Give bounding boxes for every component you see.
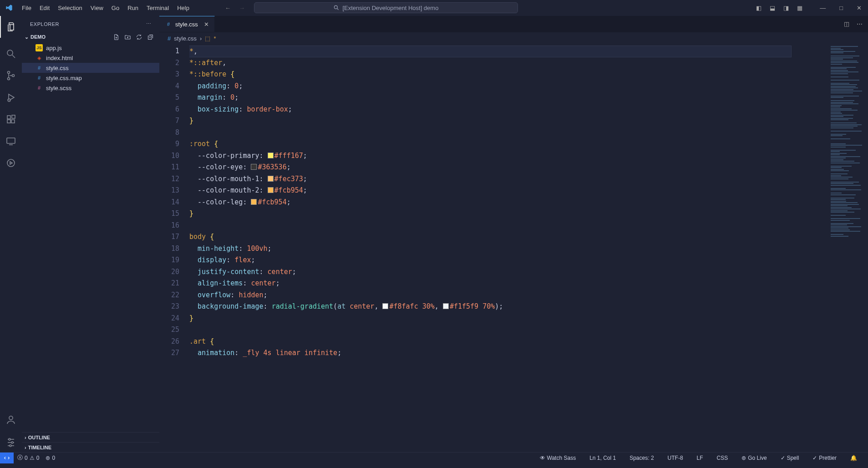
menu-terminal[interactable]: Terminal bbox=[143, 3, 173, 13]
menu-selection[interactable]: Selection bbox=[54, 3, 86, 13]
svg-rect-10 bbox=[11, 120, 15, 123]
activity-testing-icon[interactable] bbox=[5, 157, 17, 169]
folder-header[interactable]: ⌄ DEMO bbox=[22, 32, 159, 42]
minimap[interactable] bbox=[828, 44, 868, 452]
breadcrumb-symbol: * bbox=[213, 35, 216, 42]
chevron-right-icon: › bbox=[200, 35, 202, 42]
window-close-icon[interactable]: ✕ bbox=[857, 5, 862, 11]
svg-line-1 bbox=[337, 9, 339, 10]
breadcrumb-file: style.css bbox=[174, 35, 197, 42]
layout-sidebar-left-icon[interactable]: ◧ bbox=[756, 5, 761, 11]
menu-file[interactable]: File bbox=[18, 3, 35, 13]
radio-icon: ⊚ bbox=[46, 455, 50, 461]
file-item-style-scss[interactable]: #style.scss bbox=[22, 83, 159, 93]
file-name: index.html bbox=[46, 55, 73, 61]
svg-point-20 bbox=[10, 445, 11, 447]
status-go-live[interactable]: ⊚Go Live bbox=[741, 455, 766, 461]
css-file-icon: # bbox=[168, 35, 171, 42]
new-file-icon[interactable] bbox=[113, 34, 120, 41]
broadcast-icon: ⊚ bbox=[741, 455, 746, 461]
collapse-all-icon[interactable] bbox=[147, 34, 154, 41]
layout-customize-icon[interactable]: ▦ bbox=[797, 5, 802, 11]
file-name: app.js bbox=[46, 45, 62, 51]
refresh-icon[interactable] bbox=[136, 34, 142, 41]
file-item-style-css[interactable]: #style.css bbox=[22, 63, 159, 73]
new-folder-icon[interactable] bbox=[124, 34, 131, 41]
menu-view[interactable]: View bbox=[87, 3, 107, 13]
search-icon bbox=[333, 5, 340, 11]
code-editor[interactable]: *,*::after,*::before { padding: 0; margi… bbox=[189, 44, 828, 452]
activity-source-control-icon[interactable] bbox=[5, 70, 17, 81]
status-errors[interactable]: ⓧ0⚠0 bbox=[17, 454, 39, 462]
line-number-gutter: 1234567891011121314151617181920212223242… bbox=[159, 44, 189, 452]
file-item-app-js[interactable]: JSapp.js bbox=[22, 43, 159, 53]
file-item-index-html[interactable]: ◈index.html bbox=[22, 53, 159, 63]
svg-point-2 bbox=[7, 50, 13, 56]
tab-close-icon[interactable]: ✕ bbox=[204, 21, 209, 28]
status-spaces[interactable]: Spaces: 2 bbox=[629, 455, 654, 461]
status-spell[interactable]: ✓Spell bbox=[781, 455, 799, 461]
sidebar-more-icon[interactable]: ⋯ bbox=[146, 21, 152, 27]
activity-remote-explorer-icon[interactable] bbox=[5, 135, 17, 147]
chevron-right-icon: › bbox=[25, 435, 26, 440]
svg-point-16 bbox=[9, 438, 10, 440]
more-actions-icon[interactable]: ⋯ bbox=[857, 20, 863, 27]
menu-help[interactable]: Help bbox=[173, 3, 193, 13]
check-icon: ✓ bbox=[781, 455, 785, 461]
check-icon: ✓ bbox=[812, 455, 817, 461]
command-center[interactable]: [Extension Development Host] demo bbox=[254, 2, 518, 13]
folder-name: DEMO bbox=[30, 34, 46, 40]
nav-back-icon[interactable]: ← bbox=[225, 5, 231, 11]
html-file-icon: ◈ bbox=[36, 54, 43, 61]
tab-style-css[interactable]: # style.css ✕ bbox=[159, 16, 215, 32]
breadcrumb-symbol-icon: ⬚ bbox=[205, 35, 210, 42]
svg-point-0 bbox=[335, 5, 338, 9]
scss-file-icon: # bbox=[36, 84, 43, 92]
svg-point-13 bbox=[7, 159, 15, 167]
split-editor-icon[interactable]: ◫ bbox=[844, 20, 849, 27]
status-port[interactable]: ⊚0 bbox=[46, 455, 55, 461]
activity-settings-icon[interactable] bbox=[5, 436, 17, 448]
svg-rect-9 bbox=[7, 120, 10, 123]
file-tree: JSapp.js◈index.html#style.css#style.css.… bbox=[22, 42, 159, 94]
breadcrumb[interactable]: # style.css › ⬚ * bbox=[159, 32, 868, 44]
error-icon: ⓧ bbox=[17, 454, 23, 462]
menu-go[interactable]: Go bbox=[108, 3, 123, 13]
layout-panel-icon[interactable]: ⬓ bbox=[770, 5, 775, 11]
outline-label: OUTLINE bbox=[28, 435, 50, 440]
command-center-text: [Extension Development Host] demo bbox=[342, 5, 438, 11]
window-maximize-icon[interactable]: □ bbox=[839, 5, 843, 11]
activity-explorer-icon[interactable] bbox=[0, 16, 22, 38]
status-watch-sass[interactable]: 👁Watch Sass bbox=[540, 455, 576, 461]
status-ln-col[interactable]: Ln 1, Col 1 bbox=[589, 455, 616, 461]
menu-run[interactable]: Run bbox=[124, 3, 142, 13]
status-eol[interactable]: LF bbox=[697, 455, 703, 461]
css-file-icon: # bbox=[165, 20, 172, 28]
layout-sidebar-right-icon[interactable]: ◨ bbox=[783, 5, 789, 11]
activity-accounts-icon[interactable] bbox=[5, 414, 17, 426]
timeline-label: TIMELINE bbox=[28, 445, 51, 450]
outline-section[interactable]: › OUTLINE bbox=[22, 432, 159, 442]
activity-search-icon[interactable] bbox=[5, 48, 17, 60]
nav-forward-icon[interactable]: → bbox=[239, 5, 245, 11]
tab-label: style.css bbox=[175, 21, 198, 28]
svg-point-4 bbox=[8, 71, 10, 74]
svg-rect-12 bbox=[7, 138, 15, 143]
activity-bar bbox=[0, 16, 22, 452]
status-prettier[interactable]: ✓Prettier bbox=[812, 455, 837, 461]
activity-run-debug-icon[interactable] bbox=[5, 92, 17, 103]
editor-area: # style.css ✕ ◫ ⋯ # style.css › ⬚ * 1234… bbox=[159, 16, 868, 452]
activity-extensions-icon[interactable] bbox=[5, 113, 17, 125]
svg-line-3 bbox=[12, 55, 15, 58]
timeline-section[interactable]: › TIMELINE bbox=[22, 442, 159, 452]
tab-bar: # style.css ✕ ◫ ⋯ bbox=[159, 16, 868, 32]
titlebar: FileEditSelectionViewGoRunTerminalHelp ←… bbox=[0, 0, 868, 16]
status-bell-icon[interactable]: 🔔 bbox=[850, 455, 857, 461]
status-language[interactable]: CSS bbox=[717, 455, 728, 461]
window-minimize-icon[interactable]: ― bbox=[820, 5, 826, 11]
file-item-style-css-map[interactable]: #style.css.map bbox=[22, 73, 159, 83]
remote-indicator[interactable] bbox=[0, 453, 14, 463]
css-file-icon: # bbox=[36, 64, 43, 71]
status-encoding[interactable]: UTF-8 bbox=[668, 455, 683, 461]
menu-edit[interactable]: Edit bbox=[36, 3, 53, 13]
